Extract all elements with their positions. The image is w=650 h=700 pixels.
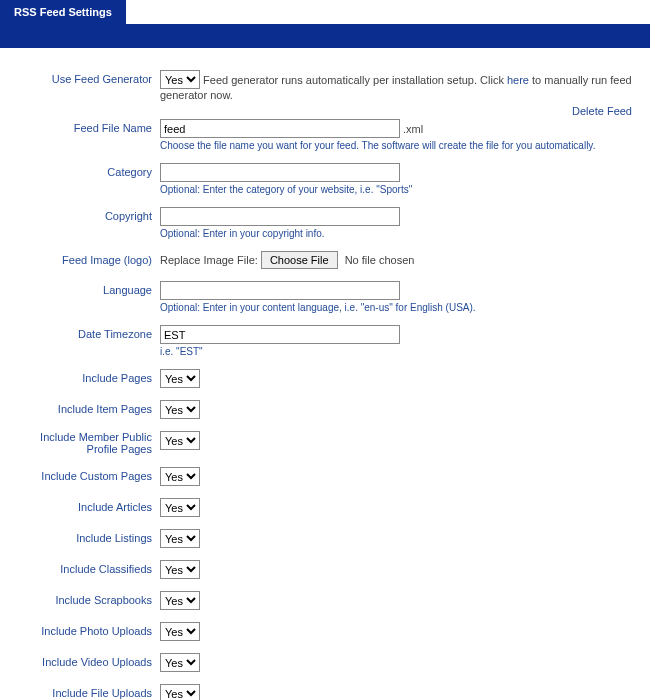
delete-feed-link[interactable]: Delete Feed bbox=[572, 105, 632, 117]
language-label: Language bbox=[0, 281, 160, 296]
include-photo-uploads-select[interactable]: Yes bbox=[160, 622, 200, 641]
include-item-pages-select[interactable]: Yes bbox=[160, 400, 200, 419]
include-member-profile-select[interactable]: Yes bbox=[160, 431, 200, 450]
include-articles-label: Include Articles bbox=[0, 498, 160, 513]
include-file-uploads-select[interactable]: Yes bbox=[160, 684, 200, 700]
copyright-label: Copyright bbox=[0, 207, 160, 222]
include-scrapbooks-label: Include Scrapbooks bbox=[0, 591, 160, 606]
feed-image-label: Feed Image (logo) bbox=[0, 251, 160, 266]
form-area: Use Feed Generator Yes Feed generator ru… bbox=[0, 48, 650, 700]
include-pages-select[interactable]: Yes bbox=[160, 369, 200, 388]
feed-file-name-hint: Choose the file name you want for your f… bbox=[160, 140, 650, 151]
include-photo-uploads-label: Include Photo Uploads bbox=[0, 622, 160, 637]
choose-file-button[interactable]: Choose File bbox=[261, 251, 338, 269]
tab-rss-feed-settings[interactable]: RSS Feed Settings bbox=[0, 0, 126, 24]
no-file-chosen-label: No file chosen bbox=[345, 254, 415, 266]
feed-file-name-suffix: .xml bbox=[403, 123, 423, 135]
language-input[interactable] bbox=[160, 281, 400, 300]
use-feed-generator-select[interactable]: Yes bbox=[160, 70, 200, 89]
use-feed-generator-label: Use Feed Generator bbox=[0, 70, 160, 85]
header-bar bbox=[0, 24, 650, 48]
feed-file-name-input[interactable] bbox=[160, 119, 400, 138]
copyright-hint: Optional: Enter in your copyright info. bbox=[160, 228, 650, 239]
include-file-uploads-label: Include File Uploads bbox=[0, 684, 160, 699]
category-hint: Optional: Enter the category of your web… bbox=[160, 184, 650, 195]
include-video-uploads-label: Include Video Uploads bbox=[0, 653, 160, 668]
include-item-pages-label: Include Item Pages bbox=[0, 400, 160, 415]
language-hint: Optional: Enter in your content language… bbox=[160, 302, 650, 313]
include-listings-select[interactable]: Yes bbox=[160, 529, 200, 548]
include-classifieds-select[interactable]: Yes bbox=[160, 560, 200, 579]
include-classifieds-label: Include Classifieds bbox=[0, 560, 160, 575]
date-timezone-input[interactable] bbox=[160, 325, 400, 344]
run-feed-generator-link[interactable]: here bbox=[507, 74, 529, 86]
include-video-uploads-select[interactable]: Yes bbox=[160, 653, 200, 672]
replace-image-file-label: Replace Image File: bbox=[160, 254, 258, 266]
copyright-input[interactable] bbox=[160, 207, 400, 226]
tab-row: RSS Feed Settings bbox=[0, 0, 650, 24]
category-label: Category bbox=[0, 163, 160, 178]
include-custom-pages-label: Include Custom Pages bbox=[0, 467, 160, 482]
date-timezone-label: Date Timezone bbox=[0, 325, 160, 340]
category-input[interactable] bbox=[160, 163, 400, 182]
include-member-profile-label: Include Member Public Profile Pages bbox=[0, 431, 160, 455]
include-listings-label: Include Listings bbox=[0, 529, 160, 544]
include-articles-select[interactable]: Yes bbox=[160, 498, 200, 517]
date-timezone-hint: i.e. "EST" bbox=[160, 346, 650, 357]
include-scrapbooks-select[interactable]: Yes bbox=[160, 591, 200, 610]
feed-file-name-label: Feed File Name bbox=[0, 119, 160, 134]
include-pages-label: Include Pages bbox=[0, 369, 160, 384]
use-feed-generator-desc-prefix: Feed generator runs automatically per in… bbox=[203, 74, 507, 86]
include-custom-pages-select[interactable]: Yes bbox=[160, 467, 200, 486]
